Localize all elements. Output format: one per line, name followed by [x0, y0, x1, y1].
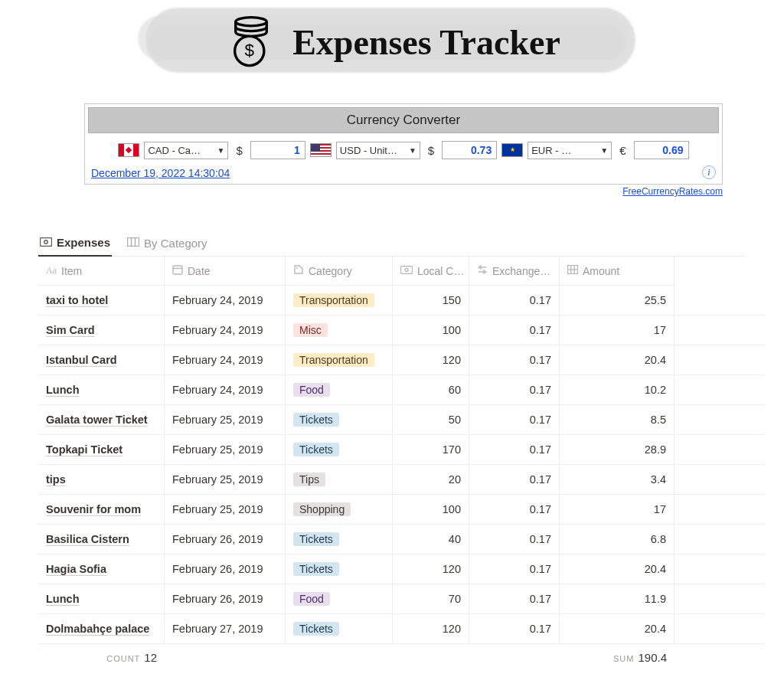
tab-expenses[interactable]: Expenses: [38, 231, 112, 257]
item-cell[interactable]: Hagia Sofia: [38, 554, 165, 584]
item-cell[interactable]: Lunch: [38, 584, 165, 613]
currency-amount-input-0[interactable]: [250, 141, 305, 159]
attribution-link[interactable]: FreeCurrencyRates.com: [0, 186, 723, 197]
item-cell[interactable]: Lunch: [38, 375, 165, 404]
exchange-rate-cell: 0.17: [469, 345, 560, 374]
table-row: Souvenir for momFebruary 25, 2019Shoppin…: [38, 495, 765, 525]
exchange-rate-cell: 0.17: [469, 316, 560, 345]
amount-cell: 25.5: [560, 286, 675, 315]
currency-amount-input-1[interactable]: [442, 141, 497, 159]
item-cell[interactable]: Topkapi Ticket: [38, 435, 165, 464]
column-header-label: Date: [188, 265, 211, 277]
local-currency-cell: 100: [393, 495, 469, 524]
table-row: LunchFebruary 26, 2019Food700.1711.9: [38, 584, 765, 614]
column-header-rate[interactable]: Exchange…: [469, 257, 560, 286]
table-row: Topkapi TicketFebruary 25, 2019Tickets17…: [38, 435, 765, 465]
category-tag[interactable]: Misc: [293, 323, 328, 337]
local-column-icon: [400, 266, 413, 276]
svg-point-12: [405, 268, 408, 271]
category-tag[interactable]: Shopping: [293, 502, 351, 516]
table-row: LunchFebruary 24, 2019Food600.1710.2: [38, 375, 765, 405]
item-cell[interactable]: Sim Card: [38, 316, 165, 345]
date-cell: February 24, 2019: [165, 286, 286, 315]
date-cell: February 24, 2019: [165, 345, 286, 374]
category-cell: Tickets: [286, 435, 393, 464]
date-cell: February 26, 2019: [165, 554, 286, 584]
currency-select-1[interactable]: USD - Unit…▼: [336, 142, 420, 159]
local-currency-cell: 60: [393, 375, 469, 404]
page-title: Expenses Tracker: [292, 22, 560, 63]
table-row: Hagia SofiaFebruary 26, 2019Tickets1200.…: [38, 554, 765, 584]
view-tabs: ExpensesBy Category: [38, 231, 746, 257]
exchange-rate-cell: 0.17: [469, 525, 560, 554]
date-cell: February 24, 2019: [165, 316, 286, 345]
svg-rect-5: [128, 238, 139, 247]
currency-symbol: €: [616, 144, 629, 157]
sum-value: 190.4: [638, 651, 667, 664]
converter-timestamp-link[interactable]: December 19, 2022 14:30:04: [91, 167, 230, 179]
local-currency-cell: 120: [393, 554, 469, 584]
category-tag[interactable]: Tickets: [293, 532, 339, 546]
amount-cell: 20.4: [560, 345, 675, 374]
local-currency-cell: 120: [393, 345, 469, 374]
category-cell: Transportation: [286, 345, 393, 374]
header-banner: $ Expenses Tracker: [0, 0, 784, 84]
svg-text:$: $: [245, 41, 255, 60]
date-column-icon: [172, 264, 183, 277]
category-tag[interactable]: Tips: [293, 473, 325, 486]
category-tag[interactable]: Transportation: [293, 353, 374, 367]
currency-select-label: EUR - …: [531, 145, 571, 156]
amount-cell: 28.9: [560, 435, 675, 464]
tab-by-category[interactable]: By Category: [126, 231, 209, 256]
item-cell[interactable]: Dolmabahçe palace: [38, 614, 165, 643]
date-cell: February 25, 2019: [165, 405, 286, 434]
category-cell: Tickets: [286, 614, 393, 643]
amount-cell: 17: [560, 316, 675, 345]
table-row: Basilica CisternFebruary 26, 2019Tickets…: [38, 525, 765, 554]
svg-rect-11: [401, 266, 413, 273]
rate-column-icon: [477, 264, 488, 277]
currency-select-label: CAD - Ca…: [148, 145, 201, 156]
date-cell: February 26, 2019: [165, 584, 286, 613]
category-tag[interactable]: Tickets: [293, 443, 339, 456]
currency-symbol: $: [425, 144, 437, 157]
column-header-amount[interactable]: Amount: [560, 257, 675, 286]
category-tag[interactable]: Food: [293, 383, 330, 397]
currency-amount-input-2[interactable]: [634, 141, 689, 159]
category-tag[interactable]: Tickets: [293, 622, 339, 636]
board-icon: [127, 237, 139, 249]
item-cell[interactable]: tips: [38, 465, 165, 494]
column-header-date[interactable]: Date: [165, 257, 286, 286]
item-cell[interactable]: Basilica Cistern: [38, 525, 165, 554]
column-header-item[interactable]: AaItem: [38, 257, 165, 286]
column-header-category[interactable]: Category: [286, 257, 393, 286]
exchange-rate-cell: 0.17: [469, 465, 560, 494]
date-cell: February 27, 2019: [165, 614, 286, 643]
amount-cell: 10.2: [560, 375, 675, 404]
amount-column-icon: [567, 265, 578, 276]
exchange-rate-cell: 0.17: [469, 584, 560, 613]
exchange-rate-cell: 0.17: [469, 554, 560, 584]
local-currency-cell: 50: [393, 405, 469, 434]
table-row: Dolmabahçe palaceFebruary 27, 2019Ticket…: [38, 614, 765, 644]
table-row: taxi to hotelFebruary 24, 2019Transporta…: [38, 286, 765, 316]
item-cell[interactable]: Istanbul Card: [38, 345, 165, 374]
currency-select-2[interactable]: EUR - …▼: [528, 142, 612, 159]
category-tag[interactable]: Transportation: [293, 293, 374, 307]
item-cell[interactable]: Galata tower Ticket: [38, 405, 165, 434]
currency-select-0[interactable]: CAD - Ca…▼: [144, 142, 228, 159]
expenses-table: AaItemDateCategoryLocal C…Exchange…Amoun…: [38, 257, 765, 670]
category-tag[interactable]: Tickets: [293, 413, 339, 427]
item-cell[interactable]: Souvenir for mom: [38, 495, 165, 524]
column-header-local[interactable]: Local C…: [393, 257, 469, 286]
item-cell[interactable]: taxi to hotel: [38, 286, 165, 315]
category-tag[interactable]: Tickets: [293, 562, 339, 576]
amount-cell: 20.4: [560, 554, 675, 584]
info-icon[interactable]: i: [702, 165, 716, 179]
column-header-label: Category: [309, 265, 352, 277]
local-currency-cell: 20: [393, 465, 469, 494]
category-tag[interactable]: Food: [293, 592, 330, 606]
date-cell: February 25, 2019: [165, 495, 286, 524]
local-currency-cell: 70: [393, 584, 469, 613]
exchange-rate-cell: 0.17: [469, 435, 560, 464]
